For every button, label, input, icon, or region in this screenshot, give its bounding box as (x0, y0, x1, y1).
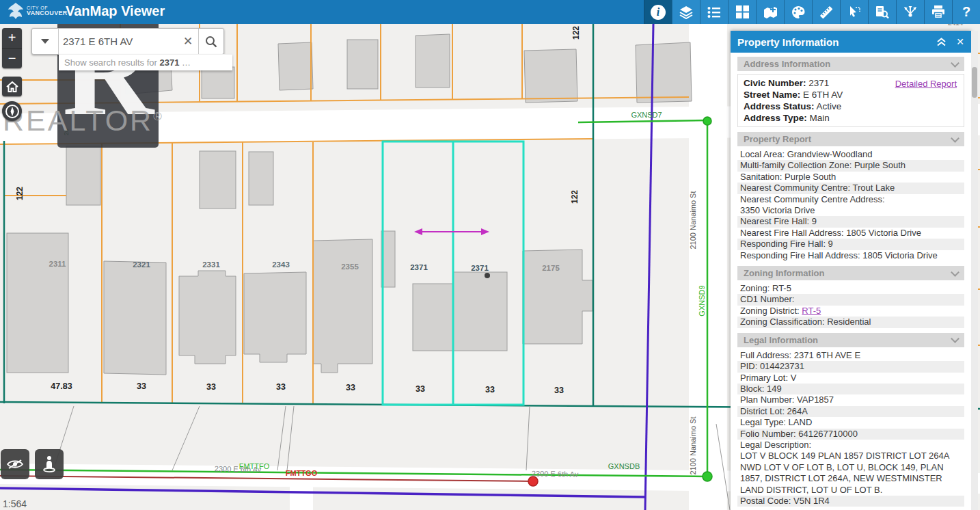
house-number: 2331 (202, 260, 220, 269)
app-title: VanMap Viewer (66, 3, 165, 19)
ruler-icon (819, 5, 834, 20)
south-alley (290, 486, 313, 510)
zoom-in-button[interactable]: + (2, 28, 22, 48)
add-to-map-tool-button[interactable] (756, 0, 784, 24)
report-row: Nearest Fire Hall Address: 1805 Victoria… (737, 228, 964, 239)
realtor-text-watermark: REALTOR® (3, 104, 164, 137)
logo-line-2: VANCOUVER (27, 10, 68, 16)
swipe-visibility-button[interactable] (1, 449, 29, 479)
address-row: Address Status: Active (744, 100, 958, 112)
house-number: 2343 (272, 260, 290, 269)
lot-width: 47.83 (51, 381, 72, 391)
house-number: 2311 (49, 260, 67, 268)
lot-width: 33 (137, 381, 146, 391)
section-header-address-information[interactable]: Address Information (737, 57, 964, 71)
zoning-district-link[interactable]: RT-5 (802, 306, 821, 316)
house-number: 2175 (542, 264, 560, 272)
compass-locate-button[interactable] (2, 101, 22, 121)
property-report-rows: Local Area: Grandview-Woodland Multi-fam… (737, 149, 964, 261)
layers-tool-button[interactable] (672, 0, 700, 24)
toolbar: i (644, 0, 980, 24)
select-cursor-icon (847, 5, 861, 19)
panel-header: Property Information ✕ (731, 31, 971, 53)
share-tool-button[interactable] (896, 0, 924, 24)
zoning-row: Zoning: RT-5 (737, 283, 964, 294)
selected-point-marker (485, 273, 490, 278)
utility-label-fmttgo: FMTTGO (286, 469, 318, 477)
panel-scrollbar[interactable] (971, 31, 978, 510)
legend-tool-button[interactable] (700, 0, 728, 24)
legal-row: Folio Number: 641267710000 (737, 429, 964, 440)
report-row: Responding Fire Hall Address: 1805 Victo… (737, 250, 964, 261)
basemap-tool-button[interactable] (728, 0, 756, 24)
search-box: ✕ (31, 28, 224, 55)
green-node-bottom (703, 472, 712, 481)
clear-search-button[interactable]: ✕ (178, 29, 198, 54)
help-icon: ? (962, 4, 970, 20)
chevron-down-icon (41, 39, 49, 44)
vancouver-leaf-icon (7, 1, 25, 21)
document-search-icon (875, 5, 889, 19)
street-label-nanaimo: 2100 Nanaimo St (689, 191, 697, 250)
help-tool-button[interactable]: ? (952, 0, 980, 24)
report-row: Nearest Fire Hall: 9 (737, 216, 964, 227)
utility-label-fmttfo: FMTTFO (239, 462, 270, 470)
search-source-dropdown[interactable] (32, 29, 59, 54)
chevron-down-icon (951, 59, 959, 68)
report-row: Nearest Community Centre: Trout Lake (737, 183, 964, 193)
zoning-row: Zoning Classification: Residential (737, 317, 964, 327)
pegman-icon (41, 455, 57, 473)
report-row: Multi-family Collection Zone: Purple Sou… (737, 160, 964, 171)
detailed-report-link[interactable]: Detailed Report (895, 79, 957, 89)
property-information-panel: Property Information ✕ Address Informati… (731, 31, 971, 510)
legal-rows: Full Address: 2371 6TH AVE E PID: 014423… (737, 350, 964, 507)
zoom-out-button[interactable]: − (2, 48, 22, 68)
top-bar: CITY OF VANCOUVER VanMap Viewer i (0, 0, 980, 24)
legal-row: District Lot: 264A (737, 406, 964, 417)
red-node (528, 477, 538, 486)
select-tool-button[interactable] (840, 0, 868, 24)
measure-tool-button[interactable] (812, 0, 840, 24)
query-tool-button[interactable] (868, 0, 896, 24)
legal-row: Legal Type: LAND (737, 417, 964, 428)
report-row: Nearest Community Centre Address: 3350 V… (737, 194, 964, 217)
city-of-vancouver-logo: CITY OF VANCOUVER (7, 1, 68, 21)
legend-icon (707, 6, 721, 18)
panel-body: Address Information Detailed Report Civi… (731, 53, 971, 509)
address-information-box: Detailed Report Civic Number: 2371 Stree… (737, 74, 964, 127)
draw-tool-button[interactable] (784, 0, 812, 24)
zoom-controls: + − (2, 28, 22, 68)
section-header-legal-information[interactable]: Legal Information (737, 333, 964, 347)
address-row: Street Name: E 6TH AV (744, 89, 958, 100)
info-icon: i (651, 5, 666, 20)
section-header-zoning-information[interactable]: Zoning Information (737, 266, 964, 280)
share-route-icon (903, 5, 918, 19)
legal-row: Block: 149 (737, 384, 964, 394)
chevron-down-icon (951, 134, 959, 143)
zoning-row: CD1 Number: (737, 294, 964, 305)
collapse-panel-button[interactable] (936, 38, 947, 46)
street-view-pegman-button[interactable] (35, 449, 64, 479)
home-icon (6, 81, 18, 92)
lot-width: 33 (554, 386, 564, 395)
section-header-property-report[interactable]: Property Report (737, 132, 964, 146)
house-number: 2371 (410, 263, 428, 271)
close-panel-button[interactable]: ✕ (956, 36, 964, 47)
panel-title: Property Information (737, 36, 839, 48)
chevron-down-icon (951, 268, 959, 277)
search-button[interactable] (198, 29, 223, 54)
home-extent-button[interactable] (2, 77, 22, 96)
lot-width: 33 (416, 384, 425, 394)
print-tool-button[interactable] (924, 0, 952, 24)
vanmap-viewer-app: 2311 2321 2331 2343 2355 2371 2371 2175 … (0, 0, 980, 510)
panel-scrollbar-thumb[interactable] (972, 67, 977, 98)
map-scale: 1:564 (3, 498, 27, 509)
basemap-grid-icon (736, 5, 749, 18)
search-suggestion[interactable]: Show search results for 2371 … (59, 54, 232, 70)
legal-row: Primary Lot: V (737, 373, 964, 384)
search-input[interactable] (59, 29, 178, 54)
add-map-icon (763, 5, 778, 19)
search-icon (204, 35, 218, 49)
info-tool-button[interactable]: i (644, 0, 672, 24)
street-label-e6th: 2300 E 6th Av (532, 469, 579, 478)
